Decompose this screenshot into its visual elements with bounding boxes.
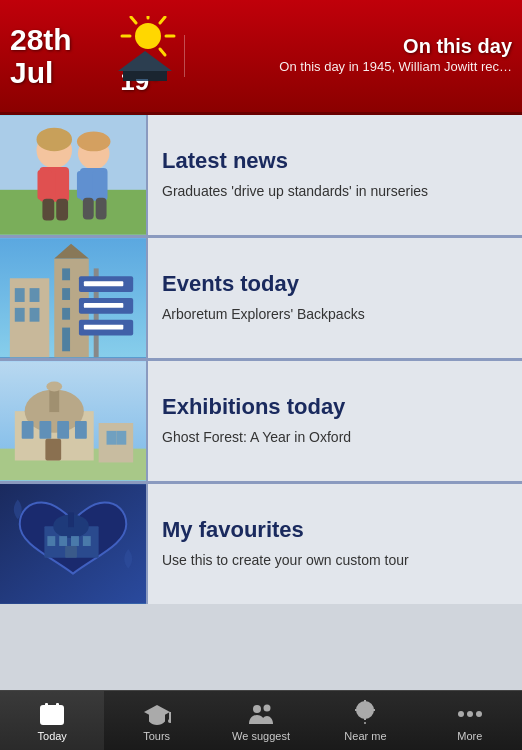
exhibitions-today-title: Exhibitions today — [162, 394, 508, 420]
svg-point-89 — [476, 711, 482, 717]
tab-more[interactable]: More — [418, 691, 522, 750]
svg-rect-35 — [62, 288, 70, 300]
svg-point-50 — [46, 382, 62, 392]
header: 28th Jul — [0, 0, 522, 115]
tab-we-suggest-label: We suggest — [232, 730, 290, 742]
svg-rect-54 — [75, 421, 87, 439]
on-this-day-text: On this day in 1945, William Jowitt rec… — [195, 58, 512, 76]
svg-line-4 — [131, 17, 136, 23]
svg-rect-22 — [93, 171, 105, 199]
tab-today[interactable]: Today — [0, 691, 104, 750]
svg-rect-36 — [62, 308, 70, 320]
svg-rect-69 — [45, 703, 48, 709]
card-image-buildings — [0, 238, 148, 358]
svg-rect-15 — [55, 170, 69, 200]
svg-point-87 — [458, 711, 464, 717]
svg-rect-53 — [57, 421, 69, 439]
svg-rect-67 — [65, 546, 77, 558]
card-latest-news[interactable]: Latest news Graduates 'drive up standard… — [0, 115, 522, 238]
on-this-day-title: On this day — [195, 35, 512, 58]
card-body-exhibitions-today: Exhibitions today Ghost Forest: A Year i… — [148, 361, 522, 481]
content-area: Latest news Graduates 'drive up standard… — [0, 115, 522, 690]
svg-rect-72 — [45, 715, 49, 719]
svg-rect-57 — [107, 431, 117, 445]
location-icon — [349, 700, 381, 728]
svg-rect-66 — [83, 536, 91, 546]
svg-rect-9 — [136, 79, 148, 81]
svg-rect-63 — [47, 536, 55, 546]
svg-rect-73 — [50, 715, 54, 719]
tab-today-label: Today — [38, 730, 67, 742]
svg-rect-16 — [42, 199, 54, 221]
svg-line-3 — [160, 49, 165, 55]
svg-rect-24 — [96, 198, 107, 220]
people-icon — [245, 700, 277, 728]
card-events-today[interactable]: Events today Arboretum Explorers' Backpa… — [0, 238, 522, 361]
card-image-oxford — [0, 361, 148, 481]
my-favourites-subtitle: Use this to create your own custom tour — [162, 551, 508, 571]
events-today-title: Events today — [162, 271, 508, 297]
mortar-board-icon — [141, 700, 173, 728]
my-favourites-title: My favourites — [162, 517, 508, 543]
tab-near-me[interactable]: Near me — [313, 691, 417, 750]
svg-point-25 — [77, 132, 111, 152]
dots-icon — [454, 700, 486, 728]
calendar-icon — [36, 700, 68, 728]
card-image-kids — [0, 115, 148, 235]
svg-point-77 — [168, 719, 171, 723]
tab-more-label: More — [457, 730, 482, 742]
card-body-events-today: Events today Arboretum Explorers' Backpa… — [148, 238, 522, 358]
svg-point-6 — [135, 23, 161, 49]
svg-rect-43 — [84, 303, 123, 308]
svg-point-88 — [467, 711, 473, 717]
svg-point-78 — [253, 705, 261, 713]
card-exhibitions-today[interactable]: Exhibitions today Ghost Forest: A Year i… — [0, 361, 522, 484]
svg-point-18 — [37, 128, 73, 152]
header-date: 28th Jul — [10, 23, 100, 89]
svg-rect-23 — [83, 198, 94, 220]
svg-rect-17 — [56, 199, 68, 221]
svg-rect-65 — [71, 536, 79, 546]
svg-rect-55 — [45, 439, 61, 461]
svg-rect-52 — [39, 421, 51, 439]
weather-icon — [110, 16, 170, 66]
svg-rect-44 — [84, 325, 123, 330]
svg-rect-64 — [59, 536, 67, 546]
latest-news-subtitle: Graduates 'drive up standards' in nurser… — [162, 182, 508, 202]
svg-rect-29 — [30, 288, 40, 302]
card-my-favourites[interactable]: My favourites Use this to create your ow… — [0, 484, 522, 604]
svg-rect-37 — [62, 328, 70, 352]
svg-rect-31 — [30, 308, 40, 322]
tab-bar: Today Tours We suggest — [0, 690, 522, 750]
svg-rect-51 — [22, 421, 34, 439]
latest-news-title: Latest news — [162, 148, 508, 174]
svg-rect-42 — [84, 281, 123, 286]
svg-rect-21 — [77, 171, 89, 199]
card-image-heart — [0, 484, 148, 604]
svg-rect-14 — [37, 170, 51, 200]
svg-line-1 — [160, 17, 165, 23]
exhibitions-today-subtitle: Ghost Forest: A Year in Oxford — [162, 428, 508, 448]
svg-rect-30 — [15, 308, 25, 322]
card-body-my-favourites: My favourites Use this to create your ow… — [148, 484, 522, 604]
tab-tours-label: Tours — [143, 730, 170, 742]
card-body-latest-news: Latest news Graduates 'drive up standard… — [148, 115, 522, 235]
header-weather: 19° — [110, 16, 170, 97]
svg-point-79 — [264, 704, 271, 711]
svg-rect-58 — [116, 431, 126, 445]
tab-near-me-label: Near me — [344, 730, 386, 742]
svg-rect-62 — [68, 512, 74, 527]
svg-rect-28 — [15, 288, 25, 302]
events-today-subtitle: Arboretum Explorers' Backpacks — [162, 305, 508, 325]
tab-tours[interactable]: Tours — [104, 691, 208, 750]
svg-rect-70 — [56, 703, 59, 709]
svg-point-85 — [362, 707, 368, 713]
tab-we-suggest[interactable]: We suggest — [209, 691, 313, 750]
svg-rect-11 — [0, 190, 146, 234]
svg-rect-34 — [62, 268, 70, 280]
svg-rect-74 — [55, 715, 59, 719]
header-on-this-day[interactable]: On this day On this day in 1945, William… — [184, 35, 512, 76]
